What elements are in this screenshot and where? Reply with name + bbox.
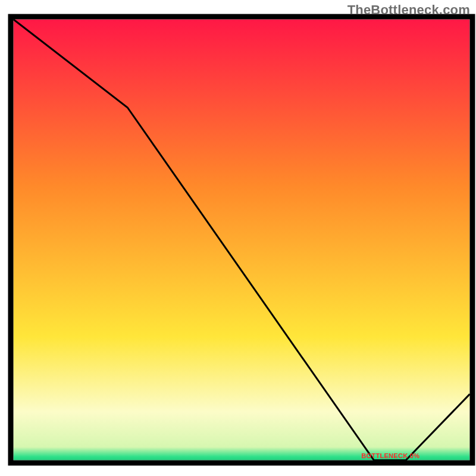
- chart-container: { "attribution": "TheBottleneck.com", "b…: [0, 0, 476, 476]
- bottleneck-zero-badge: BOTTLENECK 0%: [361, 452, 419, 459]
- attribution-text: TheBottleneck.com: [347, 2, 470, 18]
- bottleneck-chart: [0, 0, 476, 476]
- plot-background: [14, 20, 470, 461]
